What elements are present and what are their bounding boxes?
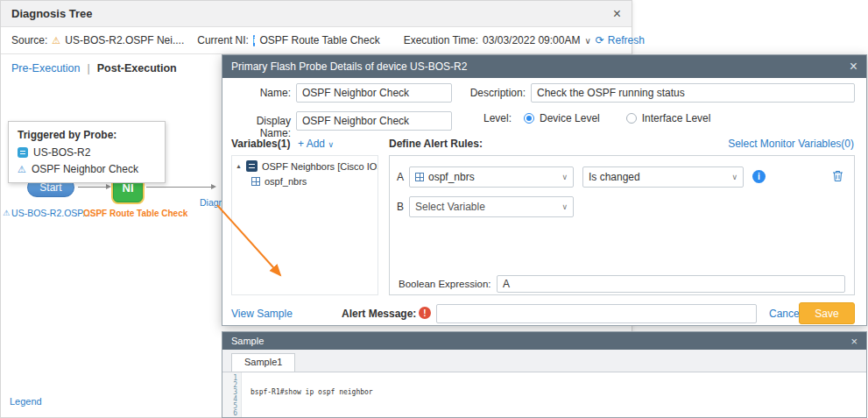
add-variable-button[interactable]: + Add ∨: [298, 138, 334, 150]
flow-arrow: [78, 184, 111, 190]
rule-b-variable-dropdown[interactable]: Select Variable ∨: [409, 196, 574, 217]
alert-required-icon: !: [419, 307, 431, 319]
device-icon: [18, 147, 28, 158]
line-number-gutter: 1 2 3 4 5 6: [222, 372, 242, 418]
next-node-label[interactable]: Diagn: [200, 197, 223, 208]
tooltip-item-probe[interactable]: ⚠ OSPF Neighbor Check: [18, 163, 156, 175]
source-value[interactable]: US-BOS-R2.OSPF Nei....: [65, 34, 184, 46]
boolean-expression-label: Boolean Expression:: [399, 279, 490, 289]
radio-device-level-label[interactable]: Device Level: [540, 112, 600, 124]
display-name-label: Display Name:: [222, 115, 291, 139]
refresh-button[interactable]: ⟳ Refresh: [596, 34, 645, 46]
chevron-down-icon: ∨: [731, 173, 737, 181]
current-ni-value[interactable]: OSPF Route Table Check: [259, 34, 379, 46]
tree-node-label: OSPF Neighbors [Cisco IOS]: [262, 161, 378, 172]
delete-rule-icon[interactable]: [832, 170, 843, 185]
level-radio-group: Level: Device Level Interface Level: [483, 112, 710, 124]
window-title: Diagnosis Tree: [11, 7, 92, 20]
tooltip-item-device[interactable]: US-BOS-R2: [18, 146, 156, 159]
flow-arrow: [146, 184, 216, 190]
close-icon[interactable]: ×: [850, 60, 857, 74]
code-line: [251, 410, 567, 417]
source-label: Source:: [11, 34, 47, 46]
table-variable-icon: [415, 173, 424, 181]
execution-time-dropdown-icon[interactable]: ∨: [584, 36, 590, 46]
close-icon[interactable]: ×: [850, 336, 857, 347]
save-button[interactable]: Save: [799, 302, 855, 324]
alert-triangle-icon: ⚠: [3, 209, 10, 217]
tooltip-item-label: OSPF Neighbor Check: [32, 163, 138, 175]
sample-header: Sample ×: [222, 332, 866, 350]
level-label: Level:: [483, 112, 512, 124]
tree-node-label: ospf_nbrs: [265, 176, 307, 187]
dialog-title: Primary Flash Probe Details of device US…: [231, 60, 467, 73]
tab-sample1[interactable]: Sample1: [231, 353, 295, 372]
info-icon[interactable]: i: [752, 170, 766, 183]
sample-panel: Sample × Sample1 1 2 3 4 5 6 bspf-R1#sho…: [222, 331, 867, 418]
rule-a-label: A: [397, 171, 404, 183]
tab-separator: |: [88, 62, 90, 74]
variables-label: Variables(1): [231, 138, 290, 150]
variables-tree-panel: ▲ OSPF Neighbors [Cisco IOS] ospf_nbrs: [231, 155, 378, 295]
execution-time-label: Execution Time:: [404, 34, 478, 46]
tooltip-title: Triggered by Probe:: [18, 129, 156, 141]
code-line: bspf-R1#show ip ospf neighbor: [251, 389, 567, 396]
description-label: Description:: [459, 87, 526, 99]
legend-link[interactable]: Legend: [10, 396, 42, 407]
name-label: Name:: [222, 87, 291, 99]
radio-interface-level[interactable]: [626, 113, 637, 124]
select-monitor-variables-link[interactable]: Select Monitor Variables(0): [728, 138, 854, 150]
screen: Diagnosis Tree × Source: ⚠ US-BOS-R2.OSP…: [0, 0, 868, 418]
dialog-body: Name: OSPF Neighbor Check Description: C…: [222, 78, 866, 325]
ni-node-label: OSPF Route Table Check: [83, 209, 187, 218]
start-node-sublabel[interactable]: ⚠ US-BOS-R2.OSP...: [3, 208, 90, 218]
alert-message-label: Alert Message:: [342, 308, 416, 320]
alert-triangle-icon: ⚠: [18, 165, 26, 174]
code-lines: bspf-R1#show ip ospf neighbor Neighbor I…: [242, 372, 567, 418]
alert-message-field[interactable]: [436, 304, 757, 323]
execution-time-value: 03/03/2022 09:00AM: [483, 34, 580, 46]
tab-pre-execution[interactable]: Pre-Execution: [11, 62, 81, 74]
cancel-button[interactable]: Cancel: [769, 308, 801, 320]
source-toolbar: Source: ⚠ US-BOS-R2.OSPF Nei.... Current…: [1, 27, 632, 54]
tab-post-execution[interactable]: Post-Execution: [97, 62, 177, 74]
tree-node-parser[interactable]: ▲ OSPF Neighbors [Cisco IOS]: [232, 156, 378, 172]
current-ni-label: Current NI:: [197, 34, 249, 46]
refresh-label: Refresh: [608, 34, 645, 46]
name-field[interactable]: OSPF Neighbor Check: [296, 83, 452, 103]
window-titlebar: Diagnosis Tree ×: [1, 1, 632, 27]
refresh-icon: ⟳: [596, 34, 604, 46]
rule-a-variable-dropdown[interactable]: ospf_nbrs ∨: [409, 166, 574, 188]
sample-tabstrip: Sample1: [222, 350, 866, 372]
triggered-by-probe-tooltip: Triggered by Probe: US-BOS-R2 ⚠ OSPF Nei…: [8, 121, 166, 183]
chevron-down-icon: ∨: [561, 202, 568, 211]
table-variable-icon: [251, 177, 260, 186]
define-alert-rules-label: Define Alert Rules:: [389, 138, 483, 150]
line-number: 6: [222, 410, 237, 417]
tree-node-variable[interactable]: ospf_nbrs: [232, 172, 378, 187]
chevron-down-icon: ∨: [328, 140, 334, 149]
radio-device-level[interactable]: [524, 113, 534, 124]
close-icon[interactable]: ×: [613, 7, 621, 21]
tooltip-item-label: US-BOS-R2: [33, 146, 90, 159]
rule-a-operator-dropdown[interactable]: Is changed ∨: [582, 166, 744, 188]
boolean-expression-field[interactable]: A: [497, 275, 845, 293]
rule-b-label: B: [397, 201, 404, 213]
sample-title: Sample: [231, 336, 264, 346]
ni-badge-icon: i: [253, 35, 256, 46]
parser-icon: [246, 160, 258, 172]
probe-details-dialog: Primary Flash Probe Details of device US…: [222, 54, 867, 326]
warning-triangle-icon: ⚠: [52, 36, 60, 46]
radio-interface-level-label[interactable]: Interface Level: [642, 112, 711, 124]
tree-expander-icon[interactable]: ▲: [236, 163, 242, 169]
view-sample-link[interactable]: View Sample: [231, 308, 293, 320]
chevron-down-icon: ∨: [561, 173, 568, 181]
display-name-field[interactable]: OSPF Neighbor Check: [296, 111, 452, 131]
sample-code-area: 1 2 3 4 5 6 bspf-R1#show ip ospf neighbo…: [222, 372, 866, 418]
dialog-header: Primary Flash Probe Details of device US…: [222, 55, 866, 78]
alert-rules-box: A ospf_nbrs ∨ Is changed ∨ i B Select Va…: [389, 155, 855, 295]
description-field[interactable]: Check the OSPF running status: [531, 83, 855, 103]
